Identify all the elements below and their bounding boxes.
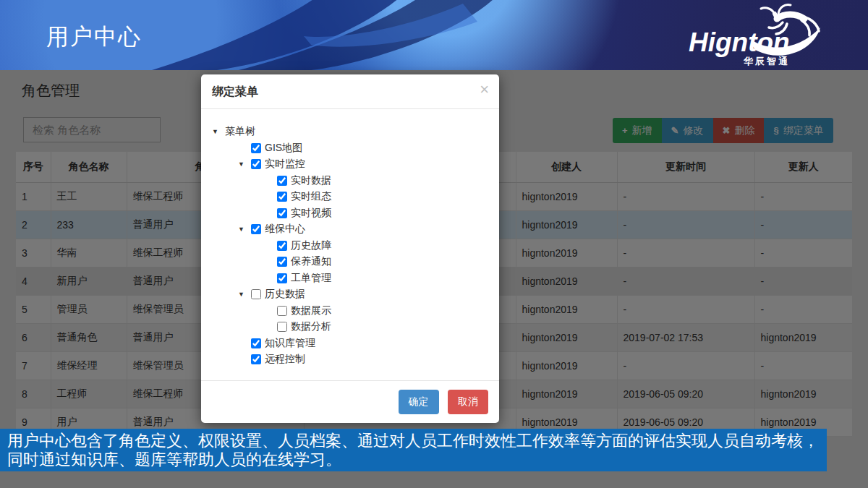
page-header-title: 用户中心 [46, 22, 142, 52]
caret-down-icon[interactable]: ▼ [238, 160, 251, 168]
tree-node-label[interactable]: 实时组态 [291, 190, 331, 203]
tree-node-label[interactable]: GIS地图 [265, 142, 302, 155]
modal-title: 绑定菜单 [212, 85, 258, 98]
tree-checkbox[interactable] [277, 257, 287, 267]
tree-checkbox[interactable] [277, 176, 287, 186]
close-icon[interactable]: × [480, 82, 489, 98]
description-banner: 用户中心包含了角色定义、权限设置、人员档案、通过对人员工作时效性工作效率等方面的… [0, 429, 827, 471]
caret-down-icon[interactable]: ▼ [238, 291, 251, 298]
screen: 用户中心 Hignton 华辰智通 角色管理 + [0, 0, 868, 488]
tree-node: ▼ 远程控制 [212, 351, 488, 368]
confirm-button[interactable]: 确定 [399, 390, 439, 414]
tree-node-label[interactable]: 实时数据 [291, 174, 331, 187]
tree-node: ▼ 数据分析 [212, 319, 488, 335]
tree-checkbox[interactable] [251, 289, 261, 299]
tree-node-label[interactable]: 历史故障 [291, 239, 331, 252]
tree-node-label[interactable]: 实时视频 [291, 207, 331, 220]
brand-name: Hignton [689, 27, 790, 58]
tree-node: ▼ 菜单树 [212, 124, 488, 140]
tree-node: ▼ 维保中心 [212, 221, 488, 238]
tree-checkbox[interactable] [277, 192, 287, 202]
caret-down-icon[interactable]: ▼ [212, 128, 225, 135]
tree-checkbox[interactable] [277, 322, 287, 332]
tree-checkbox[interactable] [277, 208, 287, 218]
tree-checkbox[interactable] [277, 306, 287, 316]
tree-node: ▼ 历史故障 [212, 238, 488, 254]
tree-node: ▼ 实时视频 [212, 205, 488, 222]
tree-node-label[interactable]: 远程控制 [265, 353, 305, 366]
tree-node: ▼ 工单管理 [212, 270, 488, 287]
tree-node: ▼ 保养通知 [212, 254, 488, 270]
tree-node: ▼ 历史数据 [212, 286, 488, 303]
tree-node-label[interactable]: 菜单树 [225, 125, 255, 138]
tree-checkbox[interactable] [251, 224, 261, 234]
tree-node-label[interactable]: 保养通知 [291, 255, 331, 268]
tree-node-label[interactable]: 数据展示 [291, 304, 331, 317]
tree-checkbox[interactable] [251, 354, 261, 364]
tree-checkbox[interactable] [277, 273, 287, 283]
tree-checkbox[interactable] [251, 143, 261, 153]
tree-node-label[interactable]: 历史数据 [265, 288, 305, 301]
brand-subtext: 华辰智通 [744, 55, 790, 68]
tree-node-label[interactable]: 数据分析 [291, 320, 331, 333]
cancel-button[interactable]: 取消 [448, 390, 488, 414]
tree-checkbox[interactable] [277, 241, 287, 251]
tree-node: ▼ 实时监控 [212, 156, 488, 173]
tree-node: ▼ 知识库管理 [212, 335, 488, 352]
modal-header: 绑定菜单 × [201, 74, 499, 109]
caret-down-icon[interactable]: ▼ [238, 226, 251, 233]
tree-node: ▼ 实时组态 [212, 189, 488, 205]
tree-node: ▼ GIS地图 [212, 140, 488, 157]
tree-node-label[interactable]: 知识库管理 [265, 337, 315, 350]
tree-node-label[interactable]: 维保中心 [265, 223, 305, 236]
tree-checkbox[interactable] [251, 159, 261, 169]
tree-node-label[interactable]: 工单管理 [291, 272, 331, 285]
app-header: 用户中心 Hignton 华辰智通 [0, 0, 868, 70]
tree-checkbox[interactable] [251, 338, 261, 348]
tree-node: ▼ 数据展示 [212, 303, 488, 320]
menu-tree: ▼ 菜单树 ▼ GIS地图 ▼ 实时监控 ▼ 实时数据 ▼ 实时组态 ▼ 实时视… [201, 109, 499, 368]
tree-node-label[interactable]: 实时监控 [265, 158, 305, 171]
modal-footer: 确定 取消 [201, 380, 499, 423]
tree-node: ▼ 实时数据 [212, 173, 488, 189]
brand-logo: Hignton 华辰智通 [689, 6, 826, 67]
bind-menu-modal: 绑定菜单 × ▼ 菜单树 ▼ GIS地图 ▼ 实时监控 ▼ 实时数据 ▼ 实时组… [201, 74, 499, 423]
